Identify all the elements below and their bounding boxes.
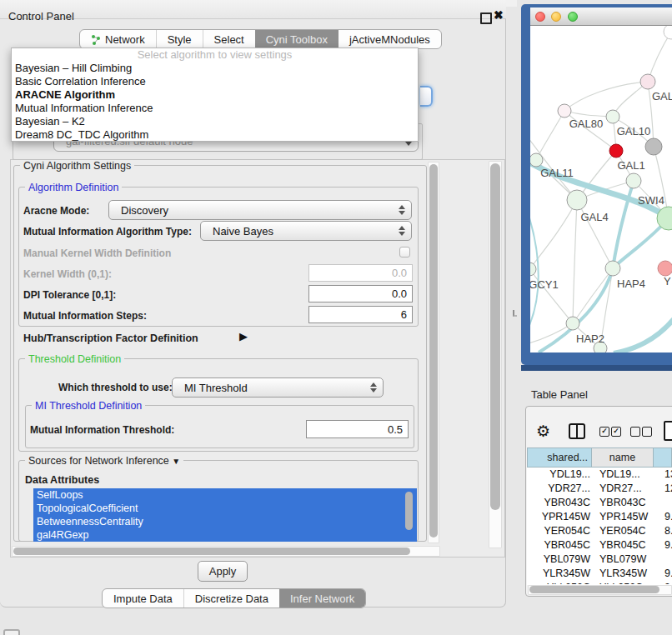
algorithm-option-bayesian-hill-climbing[interactable]: Bayesian – Hill Climbing	[12, 62, 418, 75]
aracne-mode-label: Aracne Mode:	[23, 205, 89, 217]
column-header-name[interactable]: name	[591, 448, 654, 468]
tab-cyni-toolbox[interactable]: Cyni Toolbox	[255, 30, 339, 48]
tab-jactivemnodules[interactable]: jActiveMNodules	[339, 30, 441, 48]
close-traffic-light-icon[interactable]	[535, 12, 545, 22]
table-row[interactable]: YER054CYER054C8.	[527, 524, 672, 538]
network-node[interactable]	[605, 261, 620, 276]
attribute-item-betweennesscentrality[interactable]: BetweennessCentrality	[33, 515, 417, 528]
which-threshold-value: MI Threshold	[184, 382, 248, 394]
network-node[interactable]	[530, 153, 543, 167]
which-threshold-label: Which threshold to use:	[58, 382, 173, 393]
table-row[interactable]: YPR145WYPR145W9.	[527, 510, 672, 524]
network-node[interactable]	[645, 138, 662, 155]
mi-type-value: Naive Bayes	[213, 225, 273, 238]
checked-checkbox-icon[interactable]: ✓	[611, 427, 621, 437]
horizontal-scrollbar-thumb[interactable]	[13, 548, 410, 555]
checked-checkbox-icon[interactable]: ✓	[599, 427, 609, 437]
network-node[interactable]	[664, 26, 672, 39]
network-node-label: GCY1	[530, 278, 559, 291]
network-node[interactable]	[658, 261, 672, 276]
which-threshold-select[interactable]: MI Threshold	[172, 378, 384, 398]
control-panel-title: Control Panel	[8, 10, 74, 22]
algorithm-select-focused-fragment[interactable]	[420, 86, 433, 107]
tab-select[interactable]: Select	[203, 30, 255, 48]
attribute-item-selfloops[interactable]: SelfLoops	[33, 488, 417, 502]
tab-style[interactable]: Style	[156, 30, 203, 48]
outer-vertical-scrollbar-thumb[interactable]	[490, 163, 500, 510]
cell-name: YER054C	[599, 525, 646, 537]
algorithm-option-basic-correlation-inference[interactable]: Basic Correlation Inference	[12, 75, 418, 88]
manual-kernel-checkbox[interactable]	[399, 247, 410, 258]
aracne-mode-select[interactable]: Discovery	[108, 200, 412, 220]
splitter-handle-icon[interactable]	[513, 310, 517, 317]
network-node[interactable]	[566, 317, 579, 330]
table-row[interactable]: YBR045CYBR045C9.	[527, 538, 672, 552]
attribute-item-topologicalcoefficient[interactable]: TopologicalCoefficient	[33, 502, 417, 515]
network-node[interactable]	[626, 173, 641, 188]
algorithm-option-aracne-algorithm[interactable]: ARACNE Algorithm	[12, 88, 418, 102]
data-attributes-list[interactable]: SelfLoopsTopologicalCoefficientBetweenne…	[33, 488, 417, 542]
tab-network[interactable]: Network	[80, 30, 156, 48]
list-scrollbar-thumb[interactable]	[405, 492, 413, 530]
cell-shared-name: YDL19...	[549, 468, 590, 480]
network-node[interactable]	[530, 262, 536, 276]
algorithm-option-bayesian-k2[interactable]: Bayesian – K2	[12, 115, 418, 128]
kernel-width-field: 0.0	[308, 264, 413, 282]
inner-vertical-scrollbar-thumb[interactable]	[429, 164, 438, 538]
unchecked-checkbox-icon[interactable]	[630, 427, 640, 437]
table-row[interactable]: YLR345WYLR345W9.	[527, 567, 672, 581]
columns-icon[interactable]	[569, 423, 585, 439]
apply-button[interactable]: Apply	[198, 561, 248, 582]
network-node[interactable]	[567, 190, 587, 210]
cell-name: YDL19...	[599, 468, 640, 480]
document-icon[interactable]	[664, 421, 672, 441]
bottom-tab-bar: Impute DataDiscretize DataInfer Network	[102, 588, 366, 608]
network-node[interactable]	[606, 110, 619, 123]
mi-threshold-field[interactable]: 0.5	[306, 420, 409, 438]
mi-steps-field[interactable]: 6	[308, 306, 413, 323]
threshold-definition-title: Threshold Definition	[25, 353, 124, 365]
attribute-item-gal4rgexp[interactable]: gal4RGexp	[33, 528, 417, 542]
table-row[interactable]: YBR043CYBR043C	[527, 496, 672, 510]
gear-icon[interactable]: ⚙	[536, 422, 550, 441]
close-icon[interactable]: ✖	[494, 8, 504, 22]
table-horizontal-scrollbar-thumb[interactable]	[529, 586, 659, 593]
cell-name: YLR345W	[599, 568, 647, 579]
cell-shared-name: YBL079W	[544, 553, 590, 565]
cell-value: 9	[664, 582, 670, 584]
minimize-traffic-light-icon[interactable]	[551, 12, 561, 22]
bottom-tab-impute-data[interactable]: Impute Data	[103, 589, 183, 608]
bottom-tab-infer-network[interactable]: Infer Network	[279, 589, 365, 608]
mi-threshold-label: Mutual Information Threshold:	[30, 424, 174, 436]
table-row[interactable]: YLL052CYLL052C9	[527, 581, 672, 584]
collapsed-panel-icon[interactable]	[3, 629, 20, 635]
column-header-shared-name[interactable]: shared...	[527, 448, 592, 468]
unchecked-checkbox-icon[interactable]	[642, 427, 652, 437]
algorithm-option-mutual-information-inference[interactable]: Mutual Information Inference	[12, 102, 418, 115]
network-node-label: HAP4	[617, 278, 645, 290]
tab-label: Cyni Toolbox	[266, 33, 328, 46]
expand-right-icon[interactable]: ▶	[239, 330, 248, 342]
sources-title[interactable]: Sources for Network Inference ▼	[25, 455, 183, 467]
network-window-frame-bottom	[521, 365, 672, 371]
algorithm-option-dream8-dc-tdc-algorithm[interactable]: Dream8 DC_TDC Algorithm	[12, 128, 418, 142]
network-node[interactable]	[609, 144, 623, 158]
cell-value: 8.	[664, 525, 672, 537]
table-row[interactable]: YBL079WYBL079W	[527, 552, 672, 567]
algorithm-dropdown-prompt: Select algorithm to view settings	[12, 48, 418, 62]
column-header-clipped[interactable]	[653, 448, 672, 468]
network-canvas[interactable]: GALGAL80GAL10GAL1GAL11SWI4GAL4GCY1HAP4YH…	[530, 26, 672, 352]
table-row[interactable]: YDR27...YDR27...12	[527, 482, 672, 496]
table-row[interactable]: YDL19...YDL19...13	[527, 468, 672, 482]
float-window-icon[interactable]	[480, 12, 492, 24]
hub-definition-label[interactable]: Hub/Transcription Factor Definition	[23, 332, 198, 344]
bottom-tab-discretize-data[interactable]: Discretize Data	[183, 589, 279, 608]
network-node[interactable]	[558, 104, 571, 118]
network-node-label: Y	[664, 275, 671, 288]
tab-label: Style	[168, 33, 192, 46]
dpi-tolerance-field[interactable]: 0.0	[308, 285, 413, 302]
mi-type-select[interactable]: Naive Bayes	[200, 221, 412, 241]
network-node[interactable]	[640, 74, 655, 89]
zoom-traffic-light-icon[interactable]	[568, 12, 578, 22]
data-attributes-label: Data Attributes	[25, 474, 99, 486]
